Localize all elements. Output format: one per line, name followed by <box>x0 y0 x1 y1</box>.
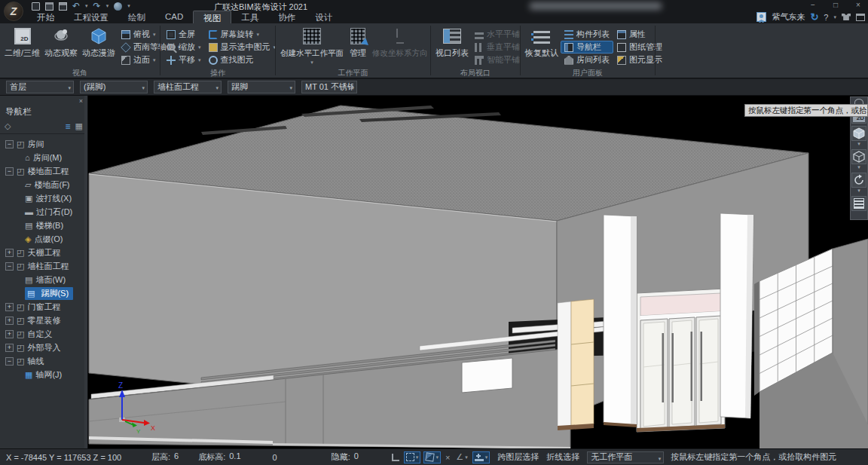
undo-icon[interactable]: ↶ <box>72 2 80 11</box>
tree-item-misc-decoration-group[interactable]: + ◰ 零星装修 <box>0 314 87 327</box>
view-cube-icon[interactable] <box>851 126 866 141</box>
btn-find-element[interactable]: 查找图元 <box>205 54 280 66</box>
expander-icon[interactable]: + <box>5 317 14 325</box>
btn-zoom[interactable]: 缩放 ▾ <box>163 41 205 54</box>
btn-dynamic-observe[interactable]: 动态观察 <box>42 25 80 57</box>
close-button[interactable]: × <box>853 1 863 9</box>
btn-properties[interactable]: 属性 <box>613 28 666 41</box>
tab-view[interactable]: 视图 <box>193 11 231 23</box>
engineering-type-selector[interactable]: 墙柱面工程▾ <box>154 81 222 93</box>
tree-item-room[interactable]: ⌂ 房间(M) <box>0 151 87 164</box>
material-selector[interactable]: MT 01 不锈钢踢▾ <box>301 81 357 93</box>
layout-grid-icon[interactable] <box>851 196 866 211</box>
workspace-panel-icon[interactable] <box>856 14 865 21</box>
expander-icon[interactable]: + <box>5 330 14 338</box>
qat-customize-caret-icon[interactable]: ▾ <box>127 3 130 9</box>
tree-item-grid[interactable]: ▦ 轴网(J) <box>0 368 87 381</box>
tree-item-custom-group[interactable]: + ◰ 自定义 <box>0 327 87 341</box>
ortho-toggle-icon[interactable] <box>390 451 401 463</box>
tree-item-axis-group[interactable]: − ◰ 轴线 <box>0 354 87 368</box>
theme-shirt-icon[interactable] <box>842 14 851 20</box>
tab-design[interactable]: 设计 <box>305 11 342 23</box>
expander-icon[interactable]: − <box>5 140 14 148</box>
viewport-3d[interactable]: Z X Y 2D ▾ ▾ ▾ <box>88 96 868 448</box>
save-icon[interactable] <box>59 2 67 11</box>
btn-dynamic-walkthrough[interactable]: 动态漫游 <box>80 25 118 57</box>
tree-item-wall-column-group[interactable]: − ◰ 墙柱面工程 <box>0 259 87 273</box>
tree-item-floor-surface[interactable]: ▱ 楼地面(F) <box>0 178 87 191</box>
caret-down-icon[interactable]: ▾ <box>857 141 860 147</box>
expander-icon[interactable]: + <box>5 303 14 311</box>
btn-screen-rotate[interactable]: 屏幕旋转 ▾ <box>205 28 280 41</box>
element-filter-selector[interactable]: (踢脚)▾ <box>80 81 148 93</box>
btn-show-selected[interactable]: 显示选中图元 ▾ <box>205 41 280 54</box>
btn-navigation-bar[interactable]: 导航栏 <box>561 41 613 54</box>
floor-selector[interactable]: 首层▾ <box>6 81 74 93</box>
avatar[interactable] <box>756 12 766 22</box>
angle-snap-toggle-icon[interactable]: ∠▾ <box>454 451 469 463</box>
tree-item-door-window-group[interactable]: + ◰ 门窗工程 <box>0 300 87 314</box>
tree-item-door-stone[interactable]: ▬ 过门石(D) <box>0 205 87 219</box>
selection-box-toggle-icon[interactable]: ▾ <box>404 451 421 463</box>
open-file-icon[interactable] <box>45 2 53 11</box>
btn-create-horizontal-workplane[interactable]: 创建水平工作平面 ▾ <box>278 25 346 65</box>
render-sphere-icon[interactable] <box>114 2 122 11</box>
minimize-button[interactable]: − <box>808 1 818 9</box>
tree-item-external-import-group[interactable]: + ◰ 外部导入 <box>0 341 87 354</box>
help-icon[interactable]: ? <box>824 13 828 22</box>
expander-icon[interactable]: − <box>5 167 14 176</box>
expander-icon[interactable]: + <box>5 249 14 257</box>
sidebar-scrollbar[interactable] <box>84 96 87 448</box>
redo-icon[interactable]: ↷ <box>93 2 101 11</box>
btn-viewport-list[interactable]: 视口列表 <box>433 25 471 57</box>
tab-collaborate[interactable]: 协作 <box>268 11 305 23</box>
tree-item-wave-line[interactable]: ▣ 波打线(X) <box>0 191 87 205</box>
tree-item-skirting[interactable]: ▤ 踢脚(S) <box>0 286 87 300</box>
expander-icon[interactable]: + <box>5 344 14 352</box>
pin-icon[interactable]: ◇ <box>5 121 11 131</box>
panel-view-icon[interactable]: ▦ <box>75 121 83 131</box>
3d-snap-toggle-icon[interactable]: ▾ <box>423 451 441 463</box>
btn-drawing-management[interactable]: 图纸管理 <box>613 41 666 54</box>
help-caret-icon[interactable]: ▾ <box>833 14 836 20</box>
list-view-icon[interactable]: ≡ <box>66 121 71 132</box>
btn-element-display[interactable]: 图元显示 <box>613 54 666 66</box>
btn-restore-default[interactable]: 恢复默认 <box>523 25 561 57</box>
maximize-button[interactable]: □ <box>830 1 841 9</box>
tree-item-room-group[interactable]: − ◰ 房间 <box>0 137 87 151</box>
tree-item-floor-group[interactable]: − ◰ 楼地面工程 <box>0 164 87 178</box>
btn-component-list[interactable]: 构件列表 <box>561 28 613 41</box>
tab-project-settings[interactable]: 工程设置 <box>64 11 118 23</box>
tab-tools[interactable]: 工具 <box>231 11 268 23</box>
tree-item-wall-surface[interactable]: ▤ 墙面(W) <box>0 273 87 286</box>
sidebar-close-icon[interactable]: × <box>79 97 83 105</box>
expander-icon[interactable]: − <box>5 262 14 271</box>
expander-icon[interactable]: − <box>5 357 14 366</box>
tree-item-stairs[interactable]: ▤ 楼梯(B) <box>0 219 87 232</box>
orbit-cube-icon[interactable] <box>851 149 866 164</box>
crosshair-toggle-icon[interactable]: × <box>444 451 451 463</box>
component-type-selector[interactable]: 踢脚▾ <box>228 81 295 93</box>
tab-draw[interactable]: 绘制 <box>118 11 155 23</box>
btn-2d-3d[interactable]: 2D 二维/三维 <box>2 25 42 57</box>
btn-fullscreen[interactable]: 全屏 <box>163 28 205 41</box>
caret-down-icon[interactable]: ▾ <box>857 188 860 194</box>
polyline-select-button[interactable]: 折线选择 <box>546 451 579 463</box>
undo-caret-icon[interactable]: ▾ <box>85 3 88 9</box>
work-plane-selector[interactable]: 无工作平面 ▾ <box>587 451 664 463</box>
btn-room-list[interactable]: 房间列表 <box>561 54 613 66</box>
app-logo[interactable]: Z <box>4 2 23 21</box>
tab-cad[interactable]: CAD <box>155 11 193 23</box>
sync-icon[interactable]: ↻ <box>810 11 818 23</box>
extension-line-toggle-icon[interactable]: ▾ <box>472 451 491 463</box>
redo-caret-icon[interactable]: ▾ <box>106 3 109 9</box>
caret-down-icon[interactable]: ▾ <box>857 164 860 170</box>
tab-start[interactable]: 开始 <box>27 11 64 23</box>
btn-pan[interactable]: 平移 ▾ <box>163 54 205 66</box>
new-file-icon[interactable] <box>32 2 40 11</box>
cross-layer-select-button[interactable]: 跨图层选择 <box>497 451 539 463</box>
tree-item-ceiling-group[interactable]: + ◰ 天棚工程 <box>0 246 87 259</box>
tree-item-accent[interactable]: ◈ 点缀(O) <box>0 232 87 246</box>
btn-manage-workplane[interactable]: 管理 <box>346 25 370 57</box>
rotate-view-icon[interactable] <box>851 173 866 188</box>
